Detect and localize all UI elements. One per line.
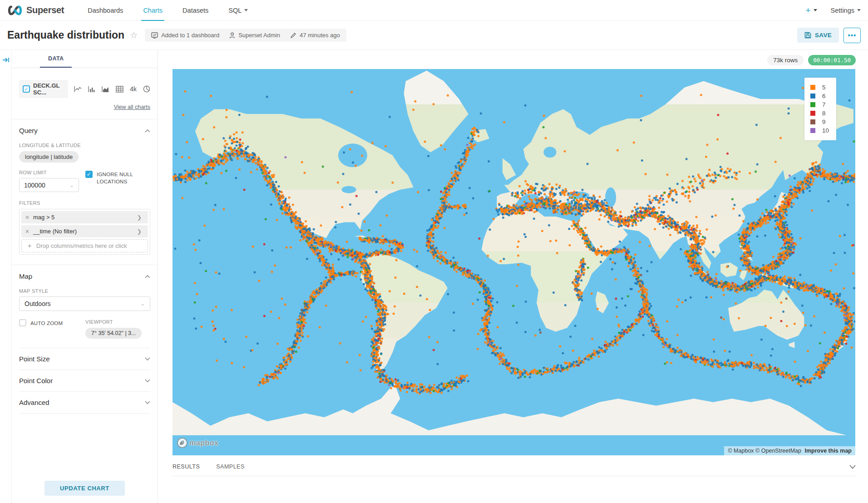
expand-panel-icon[interactable] xyxy=(2,56,10,64)
legend-swatch-7 xyxy=(810,102,815,107)
legend-row: 6 xyxy=(810,92,829,100)
map-legend: 5 6 7 8 9 xyxy=(804,78,836,140)
nav-menu: Dashboards Charts Datasets SQL xyxy=(79,0,256,21)
chart-header: Earthquake distribution ☆ Added to 1 das… xyxy=(0,21,868,50)
plus-icon: ＋ xyxy=(26,242,33,250)
query-section-header[interactable]: Query xyxy=(19,119,150,134)
chevron-down-icon xyxy=(145,401,150,404)
lonlat-label: LONGITUDE & LATITUDE xyxy=(19,143,150,148)
viz-type-chip[interactable]: ✓ DECK.GL SC... xyxy=(19,80,68,98)
viz-4k-option[interactable]: 4k xyxy=(130,85,137,93)
panel-tabbar: DATA xyxy=(12,50,158,68)
chevron-down-icon: ⌄ xyxy=(140,301,145,307)
legend-row: 8 xyxy=(810,109,829,118)
lonlat-pill[interactable]: longitude | latitude xyxy=(19,151,79,163)
panel-collapse-rail xyxy=(0,50,12,503)
chevron-right-icon: ❯ xyxy=(137,214,148,221)
data-panel: DATA ✓ DECK.GL SC... xyxy=(12,50,158,503)
auto-zoom-checkbox-row[interactable]: AUTO ZOOM xyxy=(19,319,85,327)
viewport-pill[interactable]: 7° 35' 54.02" | 3... xyxy=(85,328,142,339)
legend-row: 10 xyxy=(810,126,829,135)
tab-data[interactable]: DATA xyxy=(40,55,72,68)
filters-box: ✕ mag > 5 ❯ ✕ __time (No filter) ❯ ＋ Dro… xyxy=(19,209,150,255)
save-disk-icon xyxy=(804,32,811,39)
view-all-charts-link[interactable]: View all charts xyxy=(114,104,150,110)
chevron-down-icon xyxy=(145,357,150,361)
point-size-section-header[interactable]: Point Size xyxy=(19,348,150,370)
row-count-badge: 73k rows xyxy=(767,55,804,65)
unchecked-checkbox-icon[interactable] xyxy=(19,319,26,326)
legend-row: 9 xyxy=(810,118,829,126)
map-canvas[interactable] xyxy=(173,69,855,455)
remove-filter-icon[interactable]: ✕ xyxy=(21,214,33,221)
map-attribution: © Mapbox © OpenStreetMap Improve this ma… xyxy=(724,446,855,455)
deckgl-scatter-map[interactable]: 5 6 7 8 9 xyxy=(173,69,855,455)
favorite-star-icon[interactable]: ☆ xyxy=(130,30,138,40)
row-limit-select[interactable]: 100000 ⌄ xyxy=(19,178,79,192)
osm-attribution-link[interactable]: © OpenStreetMap xyxy=(755,448,801,454)
filters-label: FILTERS xyxy=(19,200,150,206)
chart-meta-bar: Added to 1 dashboard Superset Admin 47 m… xyxy=(145,29,346,42)
pie-chart-icon[interactable] xyxy=(143,85,150,93)
nav-item-datasets[interactable]: Datasets xyxy=(174,0,217,21)
chevron-down-icon xyxy=(814,9,817,11)
last-modified-meta[interactable]: 47 minutes ago xyxy=(290,32,340,39)
drop-columns-zone[interactable]: ＋ Drop columns/metrics here or click xyxy=(21,239,148,252)
map-style-label: MAP STYLE xyxy=(19,288,150,294)
chevron-down-icon: ⌄ xyxy=(69,182,74,188)
legend-swatch-8 xyxy=(810,111,815,116)
filter-chip-mag[interactable]: ✕ mag > 5 ❯ xyxy=(21,211,148,223)
legend-swatch-6 xyxy=(810,94,815,99)
settings-menu[interactable]: Settings xyxy=(831,7,861,14)
chart-title: Earthquake distribution xyxy=(7,29,124,41)
line-chart-icon[interactable] xyxy=(74,86,82,93)
nav-item-dashboards[interactable]: Dashboards xyxy=(79,0,131,21)
save-button[interactable]: SAVE xyxy=(797,28,839,43)
pencil-icon xyxy=(290,32,296,39)
chevron-down-icon xyxy=(145,379,150,383)
bar-chart-icon[interactable] xyxy=(88,86,95,93)
remove-filter-icon[interactable]: ✕ xyxy=(21,228,33,235)
map-style-select[interactable]: Outdoors ⌄ xyxy=(19,296,150,311)
chevron-up-icon xyxy=(145,275,150,278)
advanced-section-header[interactable]: Advanced xyxy=(19,391,150,414)
superset-logo[interactable]: Superset xyxy=(7,5,64,15)
point-color-section-header[interactable]: Point Color xyxy=(19,370,150,391)
area-chart-icon[interactable] xyxy=(102,86,109,93)
chart-content: 73k rows 00:00:01.50 5 6 7 xyxy=(158,50,868,503)
brand-name: Superset xyxy=(26,5,64,15)
new-item-button[interactable]: + xyxy=(805,5,817,15)
owner-meta[interactable]: Superset Admin xyxy=(229,32,280,39)
viewport-label: VIEWPORT xyxy=(85,319,142,325)
improve-map-link[interactable]: Improve this map xyxy=(805,448,852,454)
nav-item-sql[interactable]: SQL xyxy=(220,0,256,21)
legend-swatch-10 xyxy=(810,128,815,133)
checked-checkbox-icon: ✓ xyxy=(23,85,30,93)
chevron-down-icon xyxy=(857,9,861,11)
ignore-null-checkbox-row[interactable]: ✓ IGNORE NULL LOCATIONS xyxy=(85,171,150,185)
legend-row: 7 xyxy=(810,100,829,109)
mapbox-logo[interactable]: mapbox xyxy=(177,438,218,448)
table-icon[interactable] xyxy=(116,86,123,93)
row-limit-label: ROW LIMIT xyxy=(19,170,85,175)
collapse-results-chevron-icon[interactable] xyxy=(849,465,856,469)
nav-item-charts[interactable]: Charts xyxy=(135,0,171,21)
mapbox-circle-icon xyxy=(177,438,187,448)
more-actions-button[interactable]: ••• xyxy=(843,28,861,43)
tab-samples[interactable]: SAMPLES xyxy=(216,464,245,470)
legend-row: 5 xyxy=(810,83,829,92)
chevron-up-icon xyxy=(145,129,150,133)
user-icon xyxy=(229,32,235,39)
filter-chip-time[interactable]: ✕ __time (No filter) ❯ xyxy=(21,225,148,237)
tab-results[interactable]: RESULTS xyxy=(173,464,200,470)
checked-checkbox-icon[interactable]: ✓ xyxy=(85,171,93,178)
top-navbar: Superset Dashboards Charts Datasets SQL … xyxy=(0,0,868,21)
dashboards-meta[interactable]: Added to 1 dashboard xyxy=(151,32,219,39)
update-chart-button[interactable]: UPDATE CHART xyxy=(44,481,125,496)
superset-infinity-icon xyxy=(7,5,23,15)
mapbox-attribution-link[interactable]: © Mapbox xyxy=(728,448,754,454)
map-section-header[interactable]: Map xyxy=(19,265,150,280)
query-duration-badge: 00:00:01.50 xyxy=(808,55,856,65)
chevron-down-icon xyxy=(244,9,248,11)
chevron-right-icon: ❯ xyxy=(137,228,148,235)
